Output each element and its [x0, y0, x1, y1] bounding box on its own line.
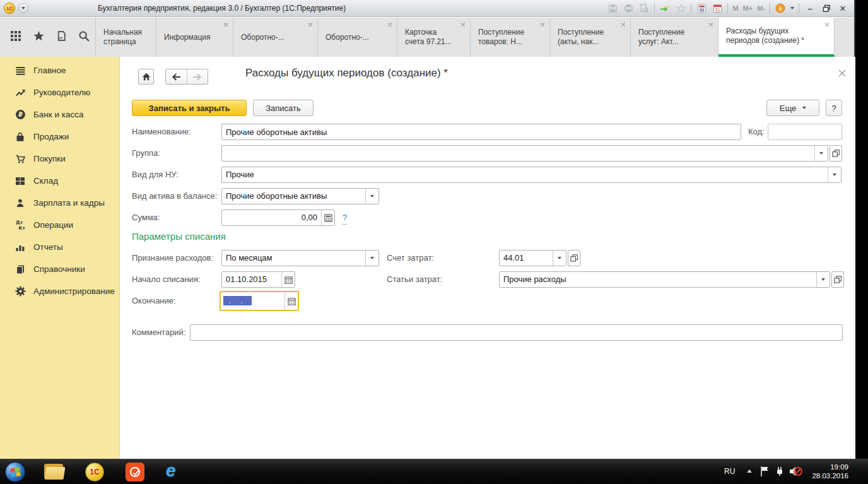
tax-kind-combo[interactable]: Прочие	[221, 167, 842, 183]
menu-grid-icon[interactable]	[10, 30, 21, 44]
save-button[interactable]: Записать	[253, 100, 314, 116]
home-button[interactable]	[138, 69, 154, 85]
orange-app-taskbar-icon[interactable]	[126, 463, 144, 481]
cost-account-dropdown-button[interactable]	[553, 251, 566, 266]
tab-close-icon[interactable]	[223, 22, 228, 27]
tab-label: Оборотно-...	[326, 33, 369, 42]
group-combo[interactable]	[221, 145, 828, 162]
volume-muted-icon[interactable]	[789, 465, 802, 480]
more-button[interactable]: Еще	[766, 100, 819, 116]
restore-button[interactable]	[821, 3, 832, 14]
comment-input[interactable]	[190, 324, 843, 341]
tab-receipt-acts[interactable]: Поступление (акты, нак...	[550, 18, 631, 57]
amount-help-link[interactable]: ?	[343, 211, 347, 225]
tab-close-icon[interactable]	[621, 22, 626, 27]
memory-store-button[interactable]: M	[732, 4, 738, 12]
home-icon	[142, 73, 151, 81]
info-dropdown-icon[interactable]	[790, 7, 794, 9]
sidebar-item-label: Банк и касса	[33, 110, 84, 119]
memory-plus-button[interactable]: M+	[743, 4, 753, 12]
action-center-flag-icon[interactable]	[760, 466, 770, 480]
search-icon[interactable]	[78, 30, 90, 44]
tab-close-icon[interactable]	[708, 22, 713, 27]
power-plug-icon[interactable]	[775, 466, 785, 480]
tab-turnover-2[interactable]: Оборотно-...	[318, 18, 397, 57]
tab-goods-receipt[interactable]: Поступление товаров: Н...	[471, 18, 550, 57]
tax-kind-dropdown-button[interactable]	[828, 167, 841, 182]
sidebar-item-manager[interactable]: Руководителю	[0, 81, 119, 103]
add-to-favorites-icon[interactable]	[659, 3, 671, 14]
cost-account-open-button[interactable]	[568, 250, 580, 266]
svg-text:31: 31	[715, 7, 720, 12]
start-date-calendar-button[interactable]	[281, 272, 295, 287]
sidebar-item-administration[interactable]: Администрирование	[0, 280, 119, 302]
sidebar-item-bank-cash[interactable]: ₽ Банк и касса	[0, 103, 119, 126]
language-indicator[interactable]: RU	[724, 467, 735, 476]
amount-calculator-button[interactable]	[321, 210, 334, 225]
check-ring-icon	[130, 467, 140, 477]
form-close-icon[interactable]	[838, 69, 846, 77]
service-menu-button[interactable]	[18, 3, 28, 13]
sidebar-item-purchases[interactable]: Покупки	[0, 148, 119, 170]
tab-close-icon[interactable]	[460, 22, 466, 27]
favorites-icon[interactable]	[675, 3, 686, 14]
print-icon[interactable]	[623, 3, 634, 14]
recognition-combo[interactable]: По месяцам	[221, 250, 379, 266]
sidebar-item-operations[interactable]: ДтКт Операции	[0, 214, 119, 236]
tab-information[interactable]: Информация	[156, 18, 233, 57]
close-window-button[interactable]: ✕	[836, 4, 849, 13]
name-input[interactable]	[221, 124, 741, 140]
favorites-star-icon[interactable]	[33, 30, 45, 44]
start-date-field[interactable]: 01.10.2015	[221, 271, 295, 288]
1c-taskbar-icon[interactable]: 1С	[85, 463, 104, 481]
balance-kind-combo[interactable]: Прочие оборотные активы	[221, 188, 379, 204]
sidebar-item-sales[interactable]: Продажи	[0, 126, 119, 148]
explorer-taskbar-icon[interactable]	[44, 464, 64, 480]
memory-minus-button[interactable]: M-	[757, 4, 765, 12]
sidebar-item-warehouse[interactable]: Склад	[0, 170, 119, 192]
sidebar-item-directories[interactable]: Справочники	[0, 258, 119, 280]
show-hidden-icons-button[interactable]	[747, 469, 752, 473]
recognition-dropdown-button[interactable]	[365, 251, 378, 266]
group-dropdown-button[interactable]	[814, 146, 828, 161]
code-input[interactable]	[768, 124, 842, 140]
tab-turnover-1[interactable]: Оборотно-...	[233, 18, 318, 57]
amount-field[interactable]: 0,00	[221, 210, 335, 226]
cost-item-open-button[interactable]	[831, 271, 844, 288]
help-button[interactable]: ?	[826, 100, 842, 116]
balance-kind-dropdown-button[interactable]	[365, 189, 378, 204]
end-date-field-focused[interactable]: . .	[220, 291, 299, 311]
tab-home-page[interactable]: Начальная страница	[96, 18, 156, 57]
internet-explorer-taskbar-icon[interactable]: e	[166, 461, 176, 480]
tab-close-icon[interactable]	[540, 22, 545, 27]
save-icon[interactable]	[607, 3, 618, 14]
save-and-close-button[interactable]: Записать и закрыть	[132, 100, 247, 116]
cost-item-dropdown-button[interactable]	[816, 272, 830, 287]
tab-close-icon[interactable]	[824, 22, 830, 27]
tab-close-icon[interactable]	[387, 22, 392, 27]
tray-clock[interactable]: 19:09 28.03.2016	[807, 463, 848, 480]
cost-item-combo[interactable]: Прочие расходы	[499, 271, 830, 288]
tab-future-expenses[interactable]: Расходы будущих периодов (создание) *	[718, 18, 835, 57]
app-logo-icon[interactable]: 1С	[4, 3, 15, 14]
sidebar-item-salary-hr[interactable]: Зарплата и кадры	[0, 192, 119, 214]
calendar-icon[interactable]: 31	[712, 3, 723, 14]
cost-account-combo[interactable]: 44.01	[499, 250, 566, 266]
minimize-button[interactable]: –	[804, 4, 816, 13]
forward-button[interactable]	[187, 69, 208, 84]
app-window: 1С Бухгалтерия предприятия, редакция 3.0…	[0, 0, 855, 459]
history-page-icon[interactable]	[56, 30, 67, 44]
end-date-calendar-button[interactable]	[284, 292, 298, 310]
tab-services-receipt[interactable]: Поступление услуг: Акт...	[631, 18, 718, 57]
tab-close-icon[interactable]	[308, 22, 313, 27]
tab-account-card[interactable]: Карточка счета 97.21...	[397, 18, 471, 57]
info-icon[interactable]: i	[775, 3, 786, 14]
preview-icon[interactable]	[638, 3, 650, 14]
calculator-icon[interactable]	[696, 3, 707, 14]
group-open-button[interactable]	[830, 145, 842, 162]
start-button[interactable]	[5, 462, 25, 482]
sidebar-item-label: Покупки	[33, 154, 66, 163]
sidebar-item-reports[interactable]: Отчеты	[0, 236, 119, 258]
sidebar-item-main[interactable]: Главное	[0, 59, 119, 81]
back-button[interactable]	[166, 69, 187, 84]
